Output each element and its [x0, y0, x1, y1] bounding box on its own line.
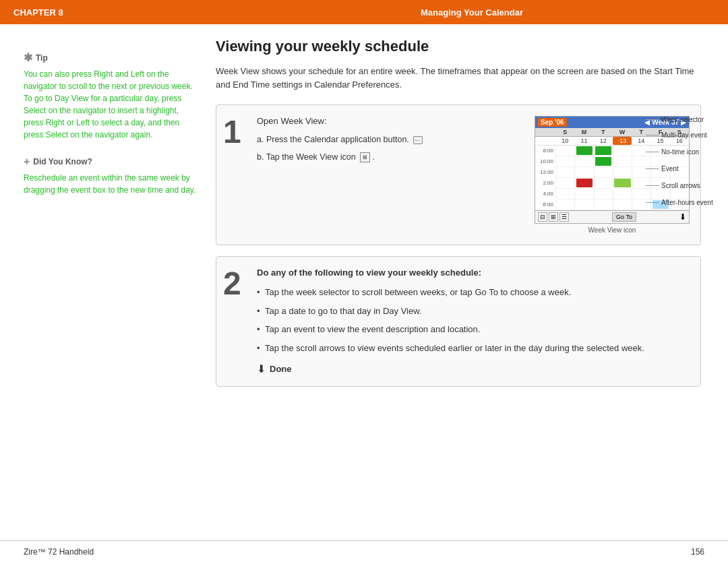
cal-cell-m-200 [574, 178, 593, 189]
main-content: ✱ Tip You can also press Right and Left … [0, 24, 728, 540]
label-multiday: Multi-day event [646, 131, 713, 139]
cal-cell-w-400 [613, 189, 632, 199]
cal-date-blank [535, 137, 555, 145]
cal-cell-t1-1200 [594, 167, 613, 178]
cal-cell-t1-800 [594, 146, 613, 156]
page-header: CHAPTER 8 Managing Your Calendar [0, 0, 728, 24]
label-scroll: Scroll arrows [646, 182, 713, 189]
done-arrow-icon: ⬇ [257, 363, 266, 375]
event-red-m[interactable] [576, 179, 593, 187]
dyk-plus-icon: + [24, 156, 30, 168]
cal-time-400: 4:00 [535, 189, 555, 199]
cal-cell-s-1000 [555, 156, 574, 167]
event-green-t1-1000[interactable] [595, 157, 612, 166]
cal-cell-t1-1000 [594, 156, 613, 167]
step1-sub-b: b. Tap the Week View icon ⊞ . [257, 152, 521, 164]
footer-page-number: 156 [691, 547, 704, 557]
week-view-icon-label: Week View icon [535, 226, 690, 234]
tip-text: You can also press Right and Left on the… [24, 68, 199, 141]
bullet-2: Tap a date to go to that day in Day View… [257, 305, 690, 318]
step2-number: 2 [216, 257, 257, 386]
scroll-arrow-icon[interactable]: ⬇ [679, 212, 686, 222]
step1-box: 1 Open Week View: a. Press the Calendar … [216, 104, 701, 245]
cal-cell-m-1200 [574, 167, 593, 178]
step2-box: 2 Do any of the following to view your w… [216, 256, 701, 387]
cal-cell-s-1200 [555, 167, 574, 178]
cal-time-200: 2:00 [535, 178, 555, 189]
page-title: Viewing your weekly schedule [216, 38, 701, 55]
label-event: Event [646, 165, 713, 173]
cal-day-t1: T [594, 128, 613, 136]
cal-month[interactable]: Sep '06 [538, 118, 567, 127]
label-afterhours: After-hours event [646, 199, 713, 206]
cal-cell-w-200 [613, 178, 632, 189]
dyk-text: Reschedule an event within the same week… [24, 172, 199, 196]
label-week-selector: Week selector [646, 116, 713, 123]
tip-label: Tip [36, 53, 48, 63]
cal-time-1200: 12:00 [535, 167, 555, 178]
step1-content: Open Week View: a. Press the Calendar ap… [257, 105, 700, 245]
content-area: Viewing your weekly schedule Week View s… [216, 38, 728, 540]
cal-cell-w-800 [613, 146, 632, 156]
step1-left: Open Week View: a. Press the Calendar ap… [257, 116, 521, 234]
cal-footer-icon2: ⊞ [549, 212, 558, 222]
chapter-title: Managing Your Calendar [229, 7, 715, 18]
cal-day-s1: S [555, 128, 574, 136]
bullet-4: Tap the scroll arrows to view events sch… [257, 342, 690, 355]
calendar-app-icon [413, 136, 423, 144]
cal-cell-m-600 [574, 199, 593, 210]
cal-time-800: 8:00 [535, 146, 555, 156]
cal-cell-w-600 [613, 199, 632, 210]
dyk-header: + Did You Know? [24, 156, 199, 168]
cal-footer-icon3: ☰ [559, 212, 569, 222]
cal-footer: ⊟ ⊞ ☰ Go To ⬇ [535, 210, 689, 223]
event-lightgreen-w[interactable] [614, 179, 631, 187]
cal-cell-s-200 [555, 178, 574, 189]
cal-day-w: W [613, 128, 632, 136]
step1-inner: Open Week View: a. Press the Calendar ap… [257, 116, 690, 234]
cal-cell-m-800 [574, 146, 593, 156]
cal-date-13[interactable]: ·13 [613, 137, 632, 145]
cal-cell-s-800 [555, 146, 574, 156]
cal-time-1000: 10:00 [535, 156, 555, 167]
intro-text: Week View shows your schedule for an ent… [216, 65, 701, 91]
done-section: ⬇ Done [257, 363, 690, 375]
cal-day-m: M [574, 128, 593, 136]
cal-cell-w-1000 [613, 156, 632, 167]
step1-title: Open Week View: [257, 116, 521, 126]
step2-title: Do any of the following to view your wee… [257, 268, 690, 278]
cal-cell-t1-200 [594, 178, 613, 189]
calendar-widget-container: Sep '06 ◀ Week 37 ▶ S [535, 116, 690, 234]
step1-number: 1 [216, 105, 257, 245]
goto-button[interactable]: Go To [612, 212, 636, 222]
dyk-label: Did You Know? [33, 157, 92, 166]
bullet-3: Tap an event to view the event descripti… [257, 323, 690, 336]
cal-cell-m-400 [574, 189, 593, 199]
cal-cell-s-600 [555, 199, 574, 210]
cal-cell-w-1200 [613, 167, 632, 178]
cal-labels: Week selector Multi-day event No-time ic… [646, 116, 713, 210]
label-notime: No-time icon [646, 148, 713, 156]
done-label[interactable]: Done [270, 364, 292, 374]
footer-product: Zire™ 72 Handheld [24, 547, 94, 557]
page-footer: Zire™ 72 Handheld 156 [0, 540, 728, 562]
tip-header: ✱ Tip [24, 51, 199, 64]
cal-date-11[interactable]: 11 [574, 137, 593, 145]
tip-section: ✱ Tip You can also press Right and Left … [24, 51, 199, 141]
week-view-icon: ⊞ [360, 152, 370, 162]
event-green-t1[interactable] [595, 146, 612, 155]
cal-cell-t1-600 [594, 199, 613, 210]
cal-cell-t1-400 [594, 189, 613, 199]
sidebar: ✱ Tip You can also press Right and Left … [0, 38, 216, 540]
cal-footer-icon1: ⊟ [538, 212, 547, 222]
cal-date-12[interactable]: 12 [594, 137, 613, 145]
step2-content: Do any of the following to view your wee… [257, 257, 700, 386]
cal-date-10[interactable]: 10 [555, 137, 574, 145]
cal-time-600: 6:00 [535, 199, 555, 210]
cal-time-col-header [535, 128, 555, 136]
event-green-m[interactable] [576, 146, 593, 155]
step2-bullet-list: Tap the week selector to scroll between … [257, 286, 690, 354]
step1-sub-a: a. Press the Calendar application button… [257, 134, 521, 146]
tip-star-icon: ✱ [24, 51, 32, 64]
bullet-1: Tap the week selector to scroll between … [257, 286, 690, 299]
